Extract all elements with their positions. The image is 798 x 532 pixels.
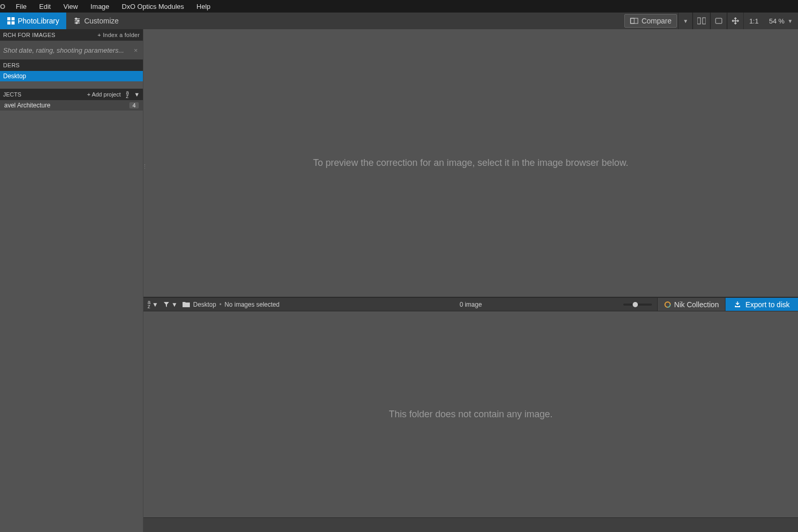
export-icon (734, 301, 741, 308)
svg-point-9 (76, 22, 78, 24)
svg-point-5 (76, 18, 77, 20)
nik-collection-button[interactable]: Nik Collection (657, 298, 726, 311)
image-count: 0 image (460, 301, 482, 308)
folder-icon (183, 301, 190, 307)
funnel-icon (163, 301, 170, 308)
divider-handle[interactable]: ⋮ (142, 163, 148, 170)
browser-status: No images selected (225, 301, 280, 308)
compare-dropdown[interactable]: ▼ (678, 13, 693, 29)
index-folder-button[interactable]: + Index a folder (98, 32, 140, 38)
projects-header-label: JECTS (3, 91, 21, 98)
search-input[interactable] (3, 46, 131, 54)
move-button[interactable] (727, 13, 744, 29)
add-project-button[interactable]: + Add project (87, 91, 121, 98)
browser-toolbar: az▼ ▼ Desktop • No images selected 0 ima… (143, 297, 798, 311)
menu-bar: O File Edit View Image DxO Optics Module… (0, 0, 798, 13)
zoom-ratio-button[interactable]: 1:1 (744, 17, 764, 25)
move-icon (732, 17, 739, 25)
tab-customize-label: Customize (84, 17, 118, 25)
nik-icon (664, 301, 671, 308)
chevron-down-icon: ▼ (788, 18, 793, 24)
svg-rect-14 (716, 18, 722, 23)
side-by-side-button[interactable] (693, 13, 710, 29)
menu-help[interactable]: Help (190, 0, 217, 13)
project-count: 4 (129, 102, 139, 108)
projects-sort-button[interactable]: az (126, 91, 129, 98)
side-by-side-icon (697, 17, 706, 25)
compare-label: Compare (642, 17, 672, 25)
browser-path[interactable]: Desktop (193, 301, 216, 308)
bottom-strip (143, 517, 798, 532)
app-logo: O (0, 3, 9, 10)
compare-button[interactable]: Compare (624, 14, 678, 28)
svg-rect-11 (631, 18, 634, 23)
preview-message: To preview the correction for an image, … (313, 158, 628, 168)
menu-file[interactable]: File (9, 0, 33, 13)
menu-edit[interactable]: Edit (33, 0, 57, 13)
folders-header-label: DERS (3, 62, 20, 68)
folder-item-desktop[interactable]: Desktop (0, 71, 143, 81)
zoom-level[interactable]: 54 % ▼ (764, 17, 798, 25)
svg-marker-17 (164, 302, 169, 307)
content-area: ⋮ To preview the correction for an image… (143, 29, 798, 532)
chevron-down-icon: ▼ (134, 91, 140, 98)
search-row: × (0, 41, 143, 59)
svg-rect-0 (7, 17, 10, 20)
export-label: Export to disk (745, 300, 790, 309)
browser-sort-button[interactable]: az▼ (148, 300, 158, 309)
fit-button[interactable] (710, 13, 727, 29)
menu-view[interactable]: View (57, 0, 84, 13)
export-button[interactable]: Export to disk (726, 298, 798, 311)
preview-pane: ⋮ To preview the correction for an image… (143, 29, 798, 297)
grid-icon (7, 17, 15, 25)
tab-photolibrary[interactable]: PhotoLibrary (0, 13, 66, 29)
fit-icon (715, 18, 722, 24)
compare-icon (630, 18, 638, 24)
menu-optics[interactable]: DxO Optics Modules (116, 0, 190, 13)
search-section-header: RCH FOR IMAGES + Index a folder (0, 29, 143, 41)
svg-rect-3 (11, 21, 15, 25)
svg-rect-13 (703, 18, 706, 24)
mode-bar: PhotoLibrary Customize Compare ▼ 1:1 54 … (0, 13, 798, 29)
browser-message: This folder does not contain any image. (389, 409, 552, 420)
browser-filter-button[interactable]: ▼ (163, 301, 177, 308)
projects-section-header: JECTS + Add project az ▼ (0, 89, 143, 100)
image-browser: This folder does not contain any image. (143, 311, 798, 517)
sliders-icon (74, 17, 81, 25)
tab-customize[interactable]: Customize (66, 13, 126, 29)
thumbnail-size-slider[interactable] (623, 304, 652, 306)
svg-rect-1 (11, 17, 15, 20)
tab-photolibrary-label: PhotoLibrary (18, 17, 59, 25)
folders-section-header: DERS (0, 59, 143, 71)
sidebar: RCH FOR IMAGES + Index a folder × DERS D… (0, 29, 143, 532)
project-name: avel Architecture (4, 102, 51, 109)
slider-knob[interactable] (633, 302, 638, 307)
search-clear-button[interactable]: × (131, 46, 140, 54)
folder-label: Desktop (3, 72, 26, 80)
svg-rect-2 (7, 21, 10, 25)
nik-label: Nik Collection (674, 300, 719, 309)
project-item[interactable]: avel Architecture 4 (0, 100, 143, 111)
svg-point-7 (78, 20, 79, 22)
search-header-label: RCH FOR IMAGES (3, 32, 55, 38)
main-area: RCH FOR IMAGES + Index a folder × DERS D… (0, 29, 798, 532)
svg-rect-12 (697, 18, 700, 24)
menu-image[interactable]: Image (84, 0, 115, 13)
